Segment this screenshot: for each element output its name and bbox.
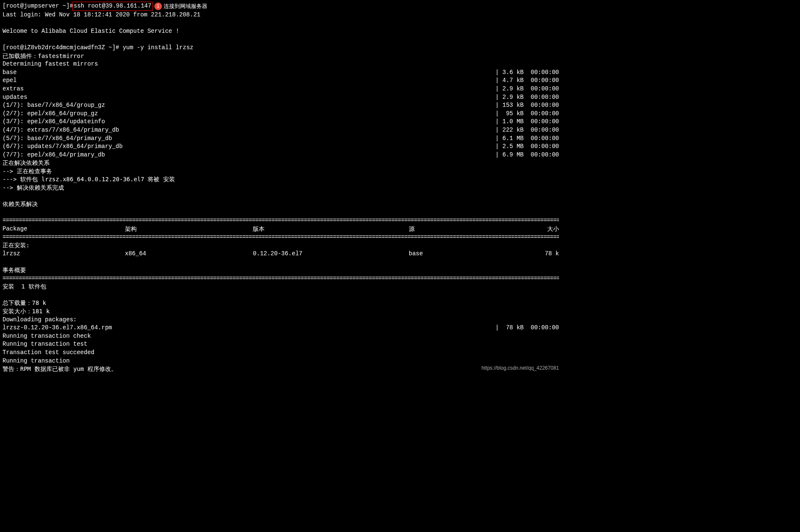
- col-repository: 源: [409, 225, 531, 233]
- install-count: 安装 1 软件包: [3, 283, 559, 291]
- separator-line: ========================================…: [3, 275, 559, 283]
- repo-line: (1/7): base/7/x86_64/group_gz| 153 kB 00…: [3, 101, 559, 110]
- summary-label: 事务概要: [3, 266, 559, 275]
- output-line: Transaction test succeeded: [3, 349, 559, 357]
- output-line: 已加载插件：fastestmirror: [3, 52, 559, 61]
- highlighted-command: ssh root@39.98.161.147: [72, 2, 153, 11]
- last-login-line: Last login: Wed Nov 18 18:12:41 2020 fro…: [3, 11, 559, 19]
- repo-line: (5/7): base/7/x86_64/primary_db| 6.1 MB …: [3, 135, 559, 143]
- output-line: ---> 软件包 lrzsz.x86_64.0.0.12.20-36.el7 将…: [3, 175, 559, 184]
- separator-line: ========================================…: [3, 217, 559, 225]
- welcome-line: Welcome to Alibaba Cloud Elastic Compute…: [3, 27, 559, 36]
- repo-line: (2/7): epel/x86_64/group_gz| 95 kB 00:00…: [3, 110, 559, 118]
- repo-line: extras| 2.9 kB 00:00:00: [3, 85, 559, 93]
- col-size: 大小: [531, 225, 559, 233]
- watermark: https://blog.csdn.net/qq_42267081: [482, 365, 559, 372]
- repo-line: base| 3.6 kB 00:00:00: [3, 69, 559, 77]
- badge-label: 连接到网域服务器: [164, 3, 207, 10]
- col-arch: 架构: [125, 225, 253, 233]
- download-size: 总下载量：78 k: [3, 299, 559, 307]
- repo-line: (7/7): epel/x86_64/primary_db| 6.9 MB 00…: [3, 151, 559, 159]
- rpm-line: lrzsz-0.12.20-36.el7.x86_64.rpm| 78 kB 0…: [3, 324, 559, 332]
- repo-line: epel| 4.7 kB 00:00:00: [3, 77, 559, 85]
- repo-line: updates| 2.9 kB 00:00:00: [3, 93, 559, 102]
- output-line: Running transaction test: [3, 340, 559, 349]
- installing-label: 正在安装:: [3, 241, 559, 250]
- separator-line: ========================================…: [3, 233, 559, 242]
- install-size: 安装大小：181 k: [3, 307, 559, 316]
- output-line: Determining fastest mirrors: [3, 60, 559, 69]
- prompt-host: [root@jumpserver ~]#: [3, 2, 73, 11]
- output-line: --> 解决依赖关系完成: [3, 184, 559, 192]
- notification-badge-icon: 1: [154, 3, 162, 10]
- deps-resolved-line: 依赖关系解决: [3, 200, 559, 209]
- col-version: 版本: [253, 225, 408, 233]
- output-line: Running transaction: [3, 357, 559, 365]
- repo-line: (4/7): extras/7/x86_64/primary_db| 222 k…: [3, 126, 559, 135]
- repo-line: (6/7): updates/7/x86_64/primary_db| 2.5 …: [3, 143, 559, 151]
- col-package: Package: [3, 225, 125, 233]
- repo-line: (3/7): epel/x86_64/updateinfo| 1.0 MB 00…: [3, 118, 559, 126]
- package-row: lrzsz x86_64 0.12.20-36.el7 base 78 k: [3, 250, 559, 258]
- output-line: 正在解决依赖关系: [3, 159, 559, 167]
- table-header: Package 架构 版本 源 大小: [3, 225, 559, 233]
- terminal-line[interactable]: [root@jumpserver ~]# ssh root@39.98.161.…: [3, 2, 559, 11]
- downloading-label: Downloading packages:: [3, 316, 559, 324]
- command-line[interactable]: [root@iZ8vb2drc4dmcmjcawdfn3Z ~]# yum -y…: [3, 44, 559, 52]
- warning-line: 警告：RPM 数据库已被非 yum 程序修改。: [3, 365, 559, 373]
- output-line: --> 正在检查事务: [3, 167, 559, 176]
- output-line: Running transaction check: [3, 332, 559, 341]
